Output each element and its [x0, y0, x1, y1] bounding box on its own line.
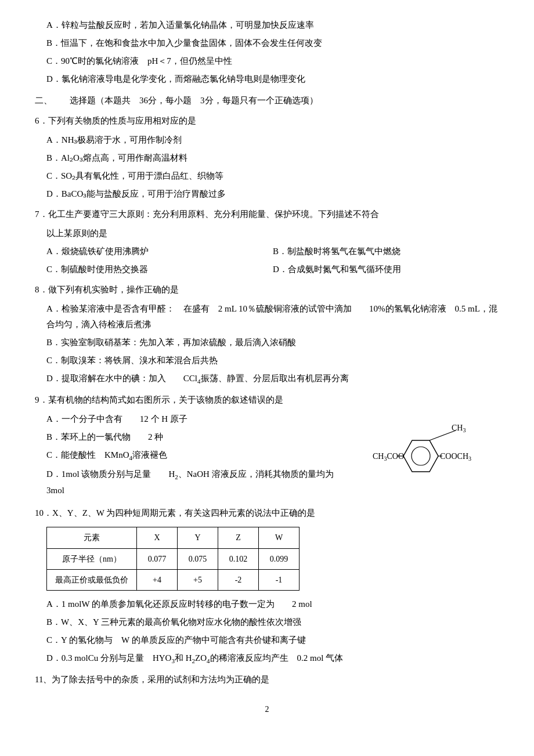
svg-point-2 — [412, 447, 430, 465]
q9-option-c: C．能使酸性 KMnO4溶液褪色 — [46, 447, 337, 464]
svg-marker-1 — [403, 440, 438, 472]
q7-option-b: B．制盐酸时将氢气在氯气中燃烧 — [273, 244, 499, 259]
question-7: 7．化工生产要遵守三大原则：充分利用原料、充分利用能量、保护环境。下列描述不符合… — [35, 207, 499, 277]
table-row-radius-w: 0.099 — [259, 548, 300, 569]
q7-option-c: C．制硫酸时使用热交换器 — [46, 262, 273, 277]
option-c1: C．90℃时的氯化钠溶液 pH＜7，但仍然呈中性 — [46, 53, 499, 69]
q10-table: 元素 X Y Z W 原子半径（nm） 0.077 0.075 0.102 0.… — [46, 527, 300, 591]
q6-option-d: D．BaCO₃能与盐酸反应，可用于治疗胃酸过多 — [46, 186, 499, 202]
table-row-valence-w: -1 — [259, 569, 300, 590]
svg-text:CH3COO: CH3COO — [373, 452, 404, 462]
q11-title: 11、为了除去括号中的杂质，采用的试剂和方法均为正确的是 — [35, 672, 499, 688]
q6-option-a: A．NH₃极易溶于水，可用作制冷剂 — [46, 132, 499, 148]
option-b1: B．恒温下，在饱和食盐水中加入少量食盐固体，固体不会发生任何改变 — [46, 35, 499, 51]
q10-option-d: D．0.3 molCu 分别与足量 HYO3和 H2ZO4的稀溶液反应均产生 0… — [46, 650, 499, 667]
table-row-valence-x: +4 — [137, 569, 178, 590]
q7-title: 7．化工生产要遵守三大原则：充分利用原料、充分利用能量、保护环境。下列描述不符合 — [35, 207, 499, 222]
q7-options-cd: C．制硫酸时使用热交换器 D．合成氨时氮气和氢气循环使用 — [46, 262, 499, 277]
question-11: 11、为了除去括号中的杂质，采用的试剂和方法均为正确的是 — [35, 672, 499, 688]
q9-options: A．一个分子中含有 12 个 H 原子 B．苯环上的一氯代物 2 种 C．能使酸… — [35, 411, 337, 504]
table-row-radius-label: 原子半径（nm） — [47, 548, 137, 569]
q9-option-d: D．1mol 该物质分别与足量 H2、NaOH 溶液反应，消耗其物质的量均为 3… — [46, 466, 337, 499]
molecule-svg: CH3 CH3COO COOCH3 — [348, 420, 488, 490]
q9-title: 9．某有机物的结构简式如右图所示，关于该物质的叙述错误的是 — [35, 392, 499, 408]
page-number: 2 — [35, 705, 499, 714]
q8-title: 8．做下列有机实验时，操作正确的是 — [35, 282, 499, 298]
table-header-z: Z — [218, 527, 259, 548]
q8-option-b: B．实验室制取硝基苯：先加入苯，再加浓硫酸，最后滴入浓硝酸 — [46, 335, 499, 350]
table-header-element: 元素 — [47, 527, 137, 548]
section1-options: A．锌粒与盐酸反应时，若加入适量氯化钠晶体，可明显加快反应速率 B．恒温下，在饱… — [35, 17, 499, 87]
q8-option-d: D．提取溶解在水中的碘：加入 CCl4振荡、静置、分层后取出有机层再分离 — [46, 371, 499, 388]
q9-option-a: A．一个分子中含有 12 个 H 原子 — [46, 411, 337, 427]
q7-option-a: A．煅烧硫铁矿使用沸腾炉 — [46, 244, 273, 259]
question-6: 6．下列有关物质的性质与应用相对应的是 A．NH₃极易溶于水，可用作制冷剂 B．… — [35, 113, 499, 202]
q9-content: A．一个分子中含有 12 个 H 原子 B．苯环上的一氯代物 2 种 C．能使酸… — [35, 411, 499, 504]
section2-header: 二、 选择题（本题共 36分，每小题 3分，每题只有一个正确选项） — [35, 93, 499, 108]
q7-option-d: D．合成氨时氮气和氢气循环使用 — [273, 262, 499, 277]
q6-option-b: B．Al₂O₃熔点高，可用作耐高温材料 — [46, 150, 499, 166]
q10-option-b: B．W、X、Y 三种元素的最高价氧化物对应水化物的酸性依次增强 — [46, 614, 499, 630]
q8-option-a: A．检验某溶液中是否含有甲醛： 在盛有 2 mL 10％硫酸铜溶液的试管中滴加 … — [46, 301, 499, 332]
table-row-valence-label: 最高正价或最低负价 — [47, 569, 137, 590]
svg-text:CH3: CH3 — [452, 424, 466, 433]
q10-option-c: C．Y 的氢化物与 W 的单质反应的产物中可能含有共价键和离子键 — [46, 632, 499, 648]
q7-options-ab: A．煅烧硫铁矿使用沸腾炉 B．制盐酸时将氢气在氯气中燃烧 — [46, 244, 499, 259]
svg-line-7 — [430, 431, 456, 440]
table-row-valence-y: +5 — [178, 569, 218, 590]
q7-title2: 以上某原则的是 — [46, 226, 499, 241]
table-row-radius-y: 0.075 — [178, 548, 218, 569]
q6-title: 6．下列有关物质的性质与应用相对应的是 — [35, 113, 499, 129]
q10-title: 10．X、Y、Z、W 为四种短周期元素，有关这四种元素的说法中正确的是 — [35, 505, 499, 521]
question-9: 9．某有机物的结构简式如右图所示，关于该物质的叙述错误的是 A．一个分子中含有 … — [35, 392, 499, 504]
question-8: 8．做下列有机实验时，操作正确的是 A．检验某溶液中是否含有甲醛： 在盛有 2 … — [35, 282, 499, 388]
table-header-w: W — [259, 527, 300, 548]
q8-option-c: C．制取溴苯：将铁屑、溴水和苯混合后共热 — [46, 353, 499, 368]
table-row-radius-z: 0.102 — [218, 548, 259, 569]
option-a1: A．锌粒与盐酸反应时，若加入适量氯化钠晶体，可明显加快反应速率 — [46, 17, 499, 33]
chemical-structure-diagram: CH3 CH3COO COOCH3 — [348, 417, 499, 490]
table-row-valence-z: -2 — [218, 569, 259, 590]
q10-option-a: A．1 molW 的单质参加氧化还原反应时转移的电子数一定为 2 mol — [46, 596, 499, 612]
question-10: 10．X、Y、Z、W 为四种短周期元素，有关这四种元素的说法中正确的是 元素 X… — [35, 505, 499, 667]
q9-option-b: B．苯环上的一氯代物 2 种 — [46, 429, 337, 445]
table-row-radius-x: 0.077 — [137, 548, 178, 569]
svg-text:COOCH3: COOCH3 — [440, 452, 471, 462]
q6-option-c: C．SO₂具有氧化性，可用于漂白品红、织物等 — [46, 168, 499, 184]
table-header-y: Y — [178, 527, 218, 548]
option-d1: D．氯化钠溶液导电是化学变化，而熔融态氯化钠导电则是物理变化 — [46, 71, 499, 87]
table-header-x: X — [137, 527, 178, 548]
